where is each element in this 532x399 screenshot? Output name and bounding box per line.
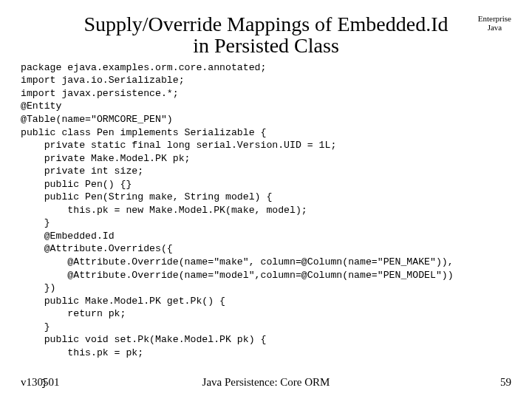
title-line2: in Persisted Class [193,34,339,57]
code-block: package ejava.examples.orm.core.annotate… [21,61,511,360]
top-right-line1: Enterprise [478,14,511,23]
footer-title: Java Persistence: Core ORM [202,376,330,389]
page-number: 59 [500,376,511,389]
header-row: Supply/Override Mappings of Embedded.Id … [21,13,511,57]
slide-container: Supply/Override Mappings of Embedded.Id … [0,0,532,399]
title-line1: Supply/Override Mappings of Embedded.Id [83,13,448,35]
slide-title: Supply/Override Mappings of Embedded.Id … [83,13,448,57]
footer-version: v130501 [21,376,60,389]
top-right-label: Enterprise Java [478,15,511,32]
top-right-line2: Java [488,23,502,32]
footer: v130501 Java Persistence: Core ORM 59 [21,376,511,389]
